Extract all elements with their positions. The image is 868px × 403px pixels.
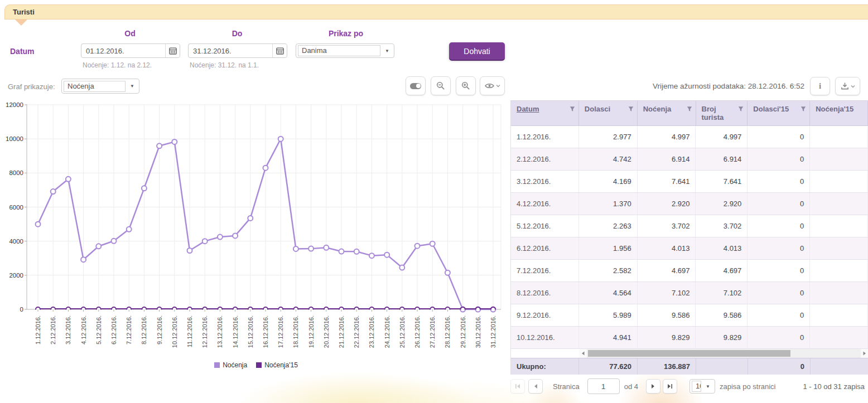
- svg-text:12000: 12000: [6, 101, 23, 108]
- date-to-input[interactable]: [189, 44, 272, 57]
- table-cell: [810, 126, 868, 148]
- toggle-chart-button[interactable]: [406, 76, 426, 95]
- page-of-label: od 4: [624, 382, 638, 391]
- previous-page-icon: [533, 383, 538, 389]
- legend-item[interactable]: Noćenja'15: [256, 361, 298, 369]
- filter-icon[interactable]: [628, 106, 634, 112]
- graf-prikazuje-select[interactable]: Noćenja ▼: [61, 79, 139, 94]
- table-row[interactable]: 8.12.2016.4.5647.1027.1020: [511, 282, 868, 304]
- table-row[interactable]: 6.12.2016.1.9564.0134.0130: [511, 237, 868, 260]
- column-header-label[interactable]: Noćenja'15: [816, 105, 853, 113]
- last-page-icon: [667, 383, 673, 389]
- table-cell: 4.12.2016.: [511, 193, 579, 215]
- next-page-icon: [651, 383, 655, 389]
- page-number-input[interactable]: [587, 378, 620, 394]
- svg-text:30.12.2016.: 30.12.2016.: [475, 315, 481, 348]
- legend-item[interactable]: Noćenja: [214, 361, 247, 369]
- table-cell: 7.12.2016.: [511, 260, 579, 281]
- prikaz-po-select[interactable]: Danima ▼: [296, 43, 394, 58]
- table-row[interactable]: 1.12.2016.2.9774.9974.9970: [511, 126, 868, 148]
- first-page-button[interactable]: [510, 379, 525, 394]
- column-header-label[interactable]: Dolasci: [585, 105, 610, 113]
- scrollbar-track[interactable]: [587, 349, 861, 358]
- table-row[interactable]: 3.12.2016.4.1697.6417.6410: [511, 171, 868, 193]
- zoom-out-button[interactable]: [431, 76, 451, 95]
- column-header-1: Datum: [511, 101, 579, 125]
- svg-text:19.12.2016.: 19.12.2016.: [308, 315, 315, 348]
- next-page-button[interactable]: [646, 379, 660, 394]
- dohvati-button[interactable]: Dohvati: [449, 42, 505, 60]
- svg-text:31.12.2016.: 31.12.2016.: [490, 315, 496, 348]
- scrollbar-thumb[interactable]: [588, 350, 790, 357]
- table-cell: 0: [748, 304, 810, 326]
- svg-text:25.12.2016.: 25.12.2016.: [399, 315, 406, 348]
- zoom-out-icon: [436, 81, 445, 90]
- visibility-menu-button[interactable]: [480, 76, 505, 95]
- scroll-left-icon[interactable]: [579, 349, 587, 358]
- svg-text:12.12.2016.: 12.12.2016.: [201, 315, 208, 348]
- first-page-icon: [515, 383, 520, 389]
- chevron-down-icon: ▼: [701, 384, 715, 389]
- column-header-6: Noćenja'15: [810, 101, 868, 125]
- column-header-4: Broj turista: [696, 101, 748, 125]
- stranica-label: Stranica: [553, 382, 580, 391]
- column-header-label[interactable]: Datum: [517, 105, 539, 113]
- table-cell: 8.12.2016.: [511, 282, 579, 304]
- grid-footer-row: Ukupno:77.620136.8870: [511, 358, 868, 375]
- info-button[interactable]: i: [810, 77, 830, 95]
- table-cell: 4.697: [638, 260, 696, 281]
- table-cell: 0: [748, 148, 810, 170]
- export-download-button[interactable]: [835, 77, 860, 95]
- table-cell: 4.013: [696, 237, 748, 259]
- table-cell: [810, 327, 868, 348]
- horizontal-scrollbar[interactable]: [579, 349, 868, 358]
- svg-text:16.12.2016.: 16.12.2016.: [262, 315, 269, 348]
- svg-text:22.12.2016.: 22.12.2016.: [353, 315, 360, 348]
- last-page-button[interactable]: [663, 379, 677, 394]
- prikaz-po-value: Danima: [298, 45, 380, 56]
- table-row[interactable]: 9.12.2016.5.9899.5869.5860: [511, 304, 868, 327]
- column-header-label[interactable]: Broj turista: [702, 105, 739, 122]
- page-size-select[interactable]: 10 ▼: [689, 379, 715, 394]
- table-row[interactable]: 7.12.2016.2.5824.6974.6970: [511, 260, 868, 282]
- svg-text:13.12.2016.: 13.12.2016.: [216, 315, 223, 348]
- svg-text:10.12.2016.: 10.12.2016.: [171, 315, 178, 348]
- column-header-label[interactable]: Dolasci'15: [753, 105, 789, 113]
- svg-text:8.12.2016.: 8.12.2016.: [141, 315, 147, 344]
- date-from-input[interactable]: [81, 44, 165, 57]
- svg-text:7.12.2016.: 7.12.2016.: [126, 315, 132, 344]
- table-cell: [810, 260, 868, 281]
- table-cell: 9.829: [696, 327, 748, 348]
- zoom-in-button[interactable]: [456, 76, 476, 95]
- previous-page-button[interactable]: [528, 379, 543, 394]
- table-cell: 4.697: [696, 260, 748, 281]
- svg-text:10000: 10000: [6, 135, 23, 142]
- table-cell: 1.956: [579, 237, 638, 259]
- column-header-label[interactable]: Noćenja: [643, 105, 672, 113]
- table-cell: 0: [748, 260, 810, 281]
- filter-icon[interactable]: [687, 106, 692, 112]
- column-header-5: Dolasci'15: [748, 101, 810, 125]
- table-cell: [810, 148, 868, 170]
- svg-text:18.12.2016.: 18.12.2016.: [292, 315, 299, 348]
- tab-turisti[interactable]: Turisti: [13, 8, 35, 16]
- table-cell: 7.102: [638, 282, 696, 304]
- table-cell: 2.263: [579, 215, 638, 237]
- filter-icon[interactable]: [801, 106, 806, 112]
- table-row[interactable]: 5.12.2016.2.2633.7023.7020: [511, 215, 868, 237]
- calendar-icon[interactable]: [272, 44, 287, 57]
- table-cell: [810, 304, 868, 326]
- table-cell: 9.586: [638, 304, 696, 326]
- svg-text:28.12.2016.: 28.12.2016.: [444, 315, 451, 348]
- table-cell: 4.997: [638, 126, 696, 148]
- table-row[interactable]: 10.12.2016.4.9419.8299.8290: [511, 327, 868, 349]
- scroll-right-icon[interactable]: [861, 349, 868, 358]
- chevron-down-icon: ▼: [380, 48, 394, 54]
- filter-icon[interactable]: [570, 106, 575, 112]
- table-row[interactable]: 4.12.2016.1.3702.9202.9200: [511, 193, 868, 215]
- table-cell: 5.12.2016.: [511, 215, 579, 237]
- filter-icon[interactable]: [738, 106, 744, 112]
- calendar-icon[interactable]: [165, 44, 180, 57]
- table-row[interactable]: 2.12.2016.4.7426.9146.9140: [511, 148, 868, 171]
- zoom-in-icon: [461, 81, 470, 90]
